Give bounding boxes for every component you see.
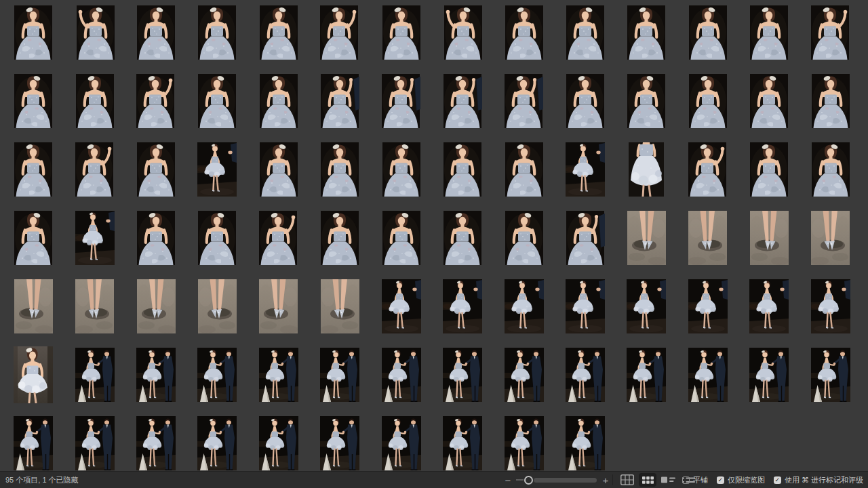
thumbnail-pair[interactable] bbox=[505, 416, 544, 470]
thumbnail-pair[interactable] bbox=[259, 416, 298, 470]
thumbnail-feet[interactable] bbox=[627, 211, 666, 265]
thumbnail-pair[interactable] bbox=[75, 416, 115, 470]
thumbnail-portrait[interactable] bbox=[260, 142, 298, 197]
thumbnail-portraitArm[interactable] bbox=[688, 142, 728, 197]
thumbnail-portraitSuit[interactable] bbox=[505, 74, 543, 128]
thumbnail-pair[interactable] bbox=[197, 348, 237, 402]
thumbnail-fullbody[interactable] bbox=[566, 142, 605, 197]
thumbnail-pair[interactable] bbox=[566, 416, 605, 470]
thumbnail-portrait[interactable] bbox=[198, 74, 236, 128]
thumbnail-portraitArm[interactable] bbox=[75, 142, 115, 197]
thumbnail-portraitArm[interactable] bbox=[443, 5, 482, 60]
thumbnail-portrait[interactable] bbox=[14, 211, 52, 265]
thumbnail-fullbody[interactable] bbox=[75, 211, 115, 265]
thumbnail-pair[interactable] bbox=[14, 416, 53, 470]
thumbnail-pair[interactable] bbox=[136, 416, 176, 470]
thumbnail-portrait[interactable] bbox=[137, 5, 175, 60]
thumbnail-portrait[interactable] bbox=[321, 211, 359, 265]
thumbnail-portrait[interactable] bbox=[14, 5, 52, 60]
thumbnail-pair[interactable] bbox=[320, 348, 359, 402]
thumbnail-feet[interactable] bbox=[14, 279, 53, 333]
grid-view-button[interactable] bbox=[618, 473, 636, 487]
thumbnail-pair[interactable] bbox=[688, 348, 728, 402]
thumbnail-portraitSuit[interactable] bbox=[566, 211, 605, 265]
thumbnail-portrait[interactable] bbox=[198, 211, 236, 265]
thumbnail-portrait[interactable] bbox=[505, 142, 543, 197]
thumbnail-pair[interactable] bbox=[197, 416, 237, 470]
thumbnail-fullbody[interactable] bbox=[382, 279, 421, 333]
thumbnail-portrait[interactable] bbox=[443, 211, 481, 265]
thumbnail-fullbody[interactable] bbox=[505, 279, 544, 333]
thumbnail-fullbody[interactable] bbox=[688, 279, 728, 333]
thumbnail-portrait[interactable] bbox=[505, 211, 543, 265]
thumbnail-bright[interactable] bbox=[14, 348, 53, 402]
thumbnail-portrait[interactable] bbox=[260, 5, 298, 60]
zoom-slider[interactable] bbox=[516, 476, 597, 485]
thumbnail-pair[interactable] bbox=[75, 348, 115, 402]
thumbnail-portraitSuit[interactable] bbox=[321, 74, 359, 128]
thumbnail-portrait[interactable] bbox=[198, 5, 236, 60]
thumbnail-feet[interactable] bbox=[750, 211, 789, 265]
thumbnail-portraitArm[interactable] bbox=[136, 74, 176, 128]
tile-checkbox[interactable]: 平铺 bbox=[682, 475, 708, 485]
thumbnail-fullbody[interactable] bbox=[443, 279, 482, 333]
thumbnail-pair[interactable] bbox=[320, 416, 359, 470]
thumbnail-portrait[interactable] bbox=[137, 142, 175, 197]
zoom-slider-handle[interactable] bbox=[524, 476, 533, 485]
thumbnail-feet[interactable] bbox=[811, 211, 850, 265]
thumbnail-portrait[interactable] bbox=[689, 74, 727, 128]
thumbnail-feet[interactable] bbox=[688, 211, 727, 265]
thumbnail-portrait[interactable] bbox=[321, 142, 359, 197]
thumbnail-portrait[interactable] bbox=[689, 5, 727, 60]
thumbnail-portraitSuit[interactable] bbox=[443, 74, 482, 128]
thumbnail-fullbody[interactable] bbox=[811, 279, 850, 333]
thumbnail-portrait[interactable] bbox=[566, 5, 604, 60]
thumbnail-portrait[interactable] bbox=[14, 142, 52, 197]
thumbnail-portrait[interactable] bbox=[382, 142, 420, 197]
thumbnail-portrait[interactable] bbox=[566, 74, 604, 128]
thumbnail-portraitArm[interactable] bbox=[259, 211, 298, 265]
thumbnail-feet[interactable] bbox=[321, 279, 359, 333]
thumbnail-portrait[interactable] bbox=[260, 74, 298, 128]
thumbnail-portrait[interactable] bbox=[627, 74, 665, 128]
thumbnail-view-button[interactable] bbox=[639, 473, 656, 487]
thumbnail-fullbody[interactable] bbox=[749, 279, 789, 333]
thumbnail-portrait[interactable] bbox=[382, 211, 420, 265]
thumbnail-portraitArm[interactable] bbox=[320, 5, 359, 60]
thumbnail-pair[interactable] bbox=[811, 348, 850, 402]
thumbnail-pair[interactable] bbox=[566, 348, 605, 402]
thumbnail-portrait[interactable] bbox=[382, 5, 420, 60]
thumbnail-feet[interactable] bbox=[137, 279, 176, 333]
thumbnail-portrait[interactable] bbox=[137, 211, 175, 265]
thumbnail-feet[interactable] bbox=[198, 279, 237, 333]
thumbnail-portrait[interactable] bbox=[505, 5, 543, 60]
thumbnail-pair[interactable] bbox=[505, 348, 544, 402]
thumbnail-pair[interactable] bbox=[749, 348, 789, 402]
thumbnail-fullbody[interactable] bbox=[197, 142, 237, 197]
thumbnail-portrait[interactable] bbox=[750, 74, 788, 128]
thumbnail-portrait[interactable] bbox=[443, 142, 481, 197]
thumbnail-portraitArm[interactable] bbox=[75, 5, 115, 60]
thumbnail-portrait[interactable] bbox=[812, 74, 850, 128]
thumbnail-feet[interactable] bbox=[259, 279, 298, 333]
zoom-out-icon[interactable]: − bbox=[503, 474, 513, 486]
thumbnail-portrait[interactable] bbox=[76, 74, 114, 128]
thumbnail-portrait[interactable] bbox=[750, 5, 788, 60]
thumbnails-only-checkbox[interactable]: ✓仅限缩览图 bbox=[717, 475, 765, 485]
thumbnail-feet[interactable] bbox=[75, 279, 114, 333]
thumbnail-portrait[interactable] bbox=[14, 74, 52, 128]
thumbnail-portrait[interactable] bbox=[627, 5, 665, 60]
thumbnail-fullbody[interactable] bbox=[627, 279, 666, 333]
thumbnail-portraitSuit[interactable] bbox=[382, 74, 420, 128]
thumbnail-pair[interactable] bbox=[136, 348, 176, 402]
thumbnail-fullbody[interactable] bbox=[566, 279, 605, 333]
thumbnail-pair[interactable] bbox=[443, 348, 482, 402]
thumbnail-dress[interactable] bbox=[629, 142, 664, 197]
thumbnail-pair[interactable] bbox=[259, 348, 298, 402]
zoom-in-icon[interactable]: + bbox=[601, 474, 610, 486]
thumbnail-portraitArm[interactable] bbox=[811, 5, 850, 60]
thumbnail-pair[interactable] bbox=[627, 348, 666, 402]
content-view-button[interactable] bbox=[659, 473, 677, 487]
thumbnail-portrait[interactable] bbox=[750, 142, 788, 197]
thumbnail-pair[interactable] bbox=[382, 348, 421, 402]
